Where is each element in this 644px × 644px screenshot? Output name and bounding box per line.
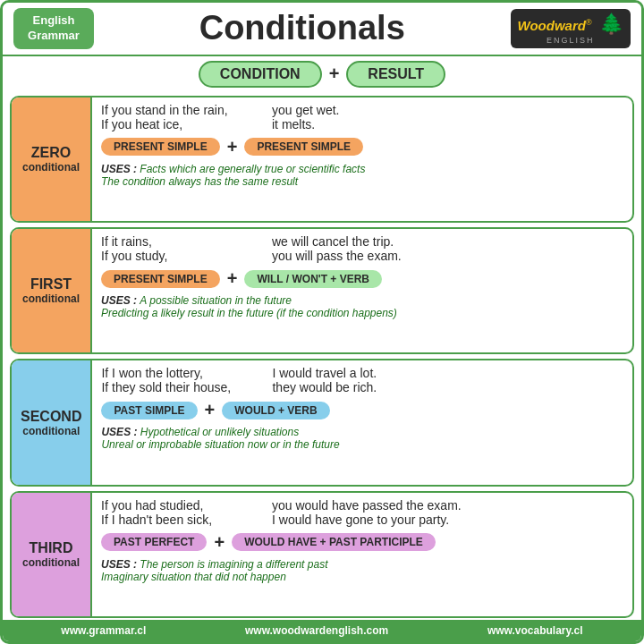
formula-right: WILL / WON'T + VERB — [244, 270, 382, 288]
zero-sub: conditional — [22, 161, 80, 174]
formula-left: PAST SIMPLE — [101, 402, 197, 419]
uses-label: USES : — [101, 426, 140, 438]
example-condition-1: If you heat ice, — [101, 117, 267, 131]
formula-row: PAST SIMPLE + WOULD + VERB — [101, 400, 623, 420]
example-row-0: If you stand in the rain, you get wet. — [101, 103, 623, 117]
zero-name: ZERO — [31, 145, 71, 161]
first-body: If it rains, we will cancel the trip. If… — [92, 229, 632, 352]
uses-label: USES : — [101, 294, 140, 307]
page: English Grammar Conditionals Woodward® 🌲… — [0, 0, 644, 644]
uses-text-0: The person is imagining a different past — [140, 558, 327, 571]
condition-result-bar: CONDITION + RESULT — [3, 56, 641, 92]
example-row-0: If it rains, we will cancel the trip. — [101, 234, 623, 249]
examples: If it rains, we will cancel the trip. If… — [101, 234, 623, 263]
third-label: THIRD conditional — [12, 493, 92, 616]
second-body: If I won the lottery, I would travel a l… — [92, 360, 632, 484]
examples: If you had studied, you would have passe… — [101, 498, 623, 527]
uses-row: USES : Facts which are generally true or… — [101, 163, 623, 188]
first-sub: conditional — [22, 292, 80, 305]
formula-plus: + — [214, 532, 225, 553]
example-row-0: If you had studied, you would have passe… — [101, 498, 623, 513]
example-result-1: they would be rich. — [272, 380, 377, 394]
footer: www.grammar.clwww.woodwardenglish.comwww… — [3, 620, 641, 641]
example-condition-1: If they sold their house, — [101, 380, 267, 394]
example-condition-0: If it rains, — [101, 234, 267, 249]
example-result-1: it melts. — [272, 117, 315, 131]
second-sub: conditional — [22, 425, 80, 437]
formula-left: PAST PERFECT — [101, 533, 207, 551]
third-name: THIRD — [30, 540, 73, 556]
third-sub: conditional — [22, 556, 80, 569]
result-badge: RESULT — [346, 61, 445, 88]
example-result-1: I would have gone to your party. — [272, 513, 449, 527]
header: English Grammar Conditionals Woodward® 🌲… — [3, 3, 641, 56]
formula-plus: + — [227, 268, 238, 289]
formula-right: WOULD HAVE + PAST PARTICIPLE — [232, 533, 436, 551]
uses-text-1: Unreal or improbable situation now or in… — [101, 438, 339, 451]
condition-badge: CONDITION — [199, 61, 322, 88]
examples: If I won the lottery, I would travel a l… — [101, 366, 623, 394]
uses-text-1: Predicting a likely result in the future… — [101, 307, 397, 319]
footer-link-1[interactable]: www.woodwardenglish.com — [245, 624, 388, 637]
formula-row: PRESENT SIMPLE + PRESENT SIMPLE — [101, 137, 623, 157]
woodward-logo: Woodward® 🌲 ENGLISH — [511, 9, 631, 48]
conditional-block-third: THIRD conditional If you had studied, yo… — [10, 491, 634, 618]
tree-icon: 🌲 — [599, 13, 623, 36]
english-grammar-badge: English Grammar — [13, 8, 94, 49]
uses-text-0: A possible situation in the future — [140, 294, 292, 307]
example-result-0: you get wet. — [272, 103, 340, 117]
example-condition-1: If I hadn't been sick, — [101, 513, 267, 527]
uses-text-0: Facts which are generally true or scient… — [140, 163, 365, 175]
conditional-block-first: FIRST conditional If it rains, we will c… — [10, 227, 634, 354]
formula-right: WOULD + VERB — [222, 402, 329, 419]
content-area: ZERO conditional If you stand in the rai… — [3, 92, 641, 620]
third-body: If you had studied, you would have passe… — [92, 493, 632, 616]
example-result-0: we will cancel the trip. — [272, 234, 394, 249]
formula-plus: + — [205, 400, 216, 420]
formula-row: PRESENT SIMPLE + WILL / WON'T + VERB — [101, 268, 623, 289]
uses-label: USES : — [101, 163, 140, 175]
example-row-1: If I hadn't been sick, I would have gone… — [101, 513, 623, 527]
uses-text-1: The condition always has the same result — [101, 175, 298, 188]
uses-text-1: Imaginary situation that did not happen — [101, 571, 286, 583]
example-row-0: If I won the lottery, I would travel a l… — [101, 366, 623, 380]
zero-label: ZERO conditional — [12, 97, 92, 221]
logo-sub: ENGLISH — [518, 36, 623, 45]
badge-line1: English — [33, 13, 75, 27]
example-row-1: If you heat ice, it melts. — [101, 117, 623, 131]
formula-left: PRESENT SIMPLE — [101, 270, 220, 288]
example-row-1: If they sold their house, they would be … — [101, 380, 623, 394]
example-result-1: you will pass the exam. — [272, 249, 402, 263]
footer-link-0[interactable]: www.grammar.cl — [61, 624, 146, 637]
conditional-block-second: SECOND conditional If I won the lottery,… — [10, 359, 634, 486]
conditional-block-zero: ZERO conditional If you stand in the rai… — [10, 96, 634, 223]
first-name: FIRST — [30, 276, 72, 292]
page-title: Conditionals — [94, 9, 511, 47]
uses-label: USES : — [101, 558, 140, 571]
uses-row: USES : A possible situation in the futur… — [101, 294, 623, 319]
example-condition-0: If I won the lottery, — [101, 366, 267, 380]
example-condition-1: If you study, — [101, 249, 267, 263]
formula-left: PRESENT SIMPLE — [101, 138, 220, 156]
uses-text-0: Hypothetical or unlikely situations — [140, 426, 299, 438]
zero-body: If you stand in the rain, you get wet. I… — [92, 97, 632, 221]
uses-row: USES : Hypothetical or unlikely situatio… — [101, 426, 623, 451]
second-name: SECOND — [21, 409, 81, 425]
uses-row: USES : The person is imagining a differe… — [101, 558, 623, 583]
logo-reg: ® — [586, 18, 592, 27]
footer-link-2[interactable]: www.vocabulary.cl — [487, 624, 583, 637]
first-label: FIRST conditional — [12, 229, 92, 352]
formula-row: PAST PERFECT + WOULD HAVE + PAST PARTICI… — [101, 532, 623, 553]
example-row-1: If you study, you will pass the exam. — [101, 249, 623, 263]
example-result-0: I would travel a lot. — [272, 366, 377, 380]
example-result-0: you would have passed the exam. — [272, 498, 462, 513]
logo-brand: Woodward — [518, 18, 586, 33]
examples: If you stand in the rain, you get wet. I… — [101, 103, 623, 131]
formula-right: PRESENT SIMPLE — [244, 138, 363, 156]
second-label: SECOND conditional — [12, 360, 92, 484]
example-condition-0: If you stand in the rain, — [101, 103, 267, 117]
formula-plus: + — [227, 137, 238, 157]
plus-icon: + — [329, 64, 340, 84]
example-condition-0: If you had studied, — [101, 498, 267, 513]
badge-line2: Grammar — [28, 29, 80, 42]
